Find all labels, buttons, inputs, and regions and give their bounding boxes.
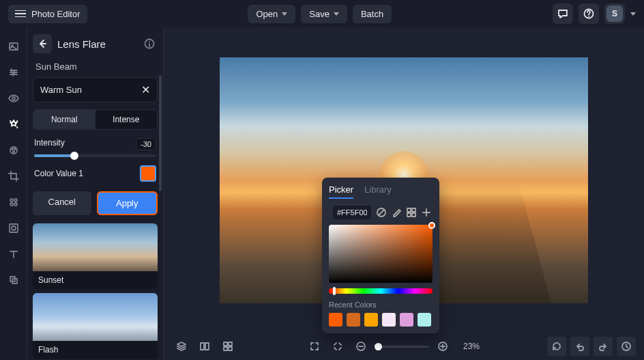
picker-tab-picker[interactable]: Picker — [329, 184, 353, 199]
svg-rect-22 — [201, 343, 204, 350]
open-button[interactable]: Open — [248, 5, 295, 23]
plus-icon — [421, 207, 432, 218]
fullscreen-button[interactable] — [305, 337, 324, 356]
hue-slider[interactable] — [329, 288, 433, 294]
rail-eye-icon[interactable] — [7, 92, 20, 105]
fit-button[interactable] — [328, 337, 347, 356]
grid-icon — [222, 341, 233, 352]
zoom-level: 23% — [463, 342, 480, 351]
svg-point-9 — [14, 199, 17, 202]
recent-swatch[interactable] — [329, 313, 342, 327]
saturation-area[interactable] — [329, 225, 433, 283]
color1-swatch[interactable] — [140, 165, 156, 182]
info-icon — [144, 38, 155, 49]
thumb-image — [33, 223, 158, 271]
intensity-slider[interactable] — [34, 154, 156, 157]
grid-icon — [406, 207, 417, 218]
zoom-out-button[interactable] — [351, 337, 370, 356]
rail-shapes-icon[interactable] — [7, 195, 20, 209]
tool-rail — [0, 27, 27, 360]
canvas-area: Picker Library Recent Colors — [164, 27, 644, 360]
mode-normal[interactable]: Normal — [33, 110, 96, 129]
info-button[interactable] — [141, 36, 158, 52]
back-button[interactable] — [33, 34, 52, 53]
rail-image-icon[interactable] — [7, 40, 20, 53]
save-button[interactable]: Save — [301, 5, 347, 23]
cancel-button[interactable]: Cancel — [33, 191, 91, 215]
history-button[interactable] — [617, 337, 636, 356]
slider-thumb[interactable] — [70, 152, 78, 160]
expand-icon — [309, 341, 320, 352]
panel-subtitle: Sun Beam — [33, 61, 158, 72]
scrollbar[interactable] — [159, 75, 162, 191]
app-name: Photo Editor — [31, 9, 80, 19]
rail-layers-icon[interactable] — [7, 273, 20, 287]
undo-button[interactable] — [570, 337, 589, 356]
svg-point-3 — [12, 97, 15, 100]
recent-swatch[interactable] — [400, 313, 413, 327]
preset-value: Warm Sun — [40, 85, 82, 95]
intensity-value[interactable]: -30 — [136, 138, 156, 150]
rail-text-icon[interactable] — [7, 247, 20, 261]
slash-icon — [376, 207, 387, 218]
clear-preset-button[interactable]: ✕ — [141, 83, 150, 96]
color-picker-popup: Picker Library Recent Colors — [322, 178, 439, 333]
add-color-button[interactable] — [420, 206, 433, 219]
effects-panel: Lens Flare Sun Beam Warm Sun ✕ Normal In… — [27, 27, 164, 360]
compare-button[interactable] — [195, 337, 214, 356]
rail-adjust-icon[interactable] — [7, 66, 20, 79]
intensity-label: Intensity — [34, 138, 65, 150]
recent-swatch[interactable] — [382, 313, 396, 327]
saturation-cursor[interactable] — [428, 222, 435, 229]
mode-toggle: Normal Intense — [33, 109, 158, 130]
redo-icon — [598, 341, 609, 352]
account-button[interactable]: S — [604, 3, 625, 24]
layers-button[interactable] — [172, 337, 191, 356]
help-button[interactable] — [579, 3, 599, 24]
panel-title: Lens Flare — [57, 38, 136, 50]
svg-rect-24 — [224, 342, 227, 346]
minus-circle-icon — [355, 341, 366, 352]
rail-effects-icon[interactable] — [7, 117, 20, 131]
preset-select[interactable]: Warm Sun ✕ — [33, 77, 158, 102]
zoom-in-button[interactable] — [433, 337, 452, 356]
mode-intense[interactable]: Intense — [96, 110, 158, 129]
avatar: S — [606, 5, 623, 22]
apply-button[interactable]: Apply — [97, 191, 158, 215]
picker-tab-library[interactable]: Library — [364, 184, 392, 199]
thumb-image — [33, 293, 158, 341]
eyedropper-button[interactable] — [390, 206, 402, 219]
reset-button[interactable] — [547, 337, 566, 356]
recent-swatch[interactable] — [347, 313, 360, 327]
color1-label: Color Value 1 — [34, 169, 83, 178]
rail-brush-icon[interactable] — [7, 143, 20, 157]
no-color-button[interactable] — [375, 206, 387, 219]
thumb-label: Flash — [33, 341, 158, 359]
svg-point-10 — [10, 203, 13, 206]
app-menu-button[interactable]: Photo Editor — [8, 5, 87, 23]
thumb-label: Sunset — [33, 271, 158, 289]
preset-thumb-flash[interactable]: Flash — [33, 293, 158, 359]
zoom-slider[interactable] — [375, 346, 429, 348]
rail-crop-icon[interactable] — [7, 169, 20, 183]
hue-cursor[interactable] — [333, 287, 336, 295]
preset-thumb-sunset[interactable]: Sunset — [33, 223, 158, 289]
recent-swatch[interactable] — [418, 313, 431, 327]
hex-input[interactable] — [333, 206, 371, 219]
zoom-thumb[interactable] — [375, 343, 382, 350]
fit-icon — [332, 341, 343, 352]
chevron-down-icon — [334, 12, 339, 16]
recent-swatch[interactable] — [364, 313, 378, 327]
chat-icon — [557, 8, 568, 19]
rail-texture-icon[interactable] — [7, 221, 20, 235]
svg-rect-26 — [224, 347, 227, 350]
batch-button[interactable]: Batch — [353, 5, 392, 23]
arrow-left-icon — [37, 38, 48, 49]
main-area: Lens Flare Sun Beam Warm Sun ✕ Normal In… — [0, 27, 644, 360]
svg-rect-23 — [205, 343, 209, 350]
redo-button[interactable] — [594, 337, 613, 356]
swatches-button[interactable] — [405, 206, 418, 219]
svg-rect-25 — [229, 342, 232, 346]
comments-button[interactable] — [553, 3, 573, 24]
grid-view-button[interactable] — [218, 337, 237, 356]
